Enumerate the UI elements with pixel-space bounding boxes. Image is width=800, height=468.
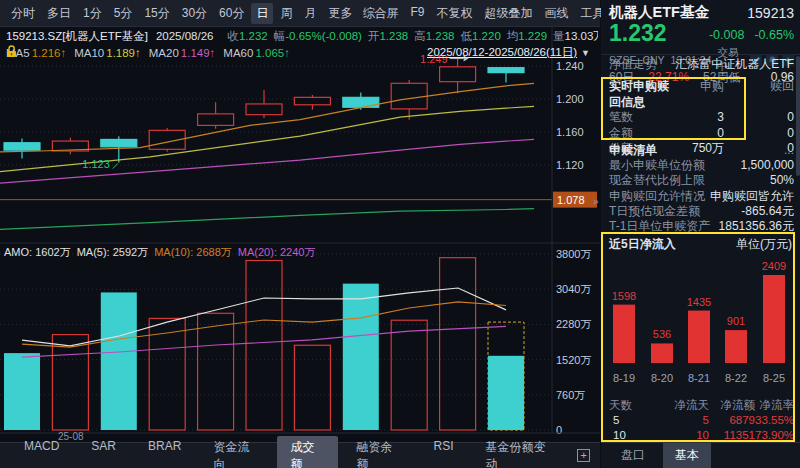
panel-scrollbar[interactable] — [796, 56, 800, 176]
indicator-tab-RSI[interactable]: RSI — [420, 436, 468, 468]
svg-text:901: 901 — [727, 315, 745, 327]
field-label: 量 — [553, 30, 565, 42]
inflow-cell: 10 — [653, 428, 709, 443]
chart-region: 分时多日1分5分15分30分60分日周月更多 综合屏F9不复权超级叠加画线工具 … — [0, 0, 600, 468]
panel-tab-bar: 盘口基本 — [601, 442, 800, 468]
toolbar-item-分时[interactable]: 分时 — [6, 3, 40, 24]
svg-text:8-21: 8-21 — [688, 372, 710, 384]
svg-text:8-20: 8-20 — [651, 372, 673, 384]
quote-header: 机器人ETF基金 159213 1.232 -0.008 -0.65% SZSE… — [601, 0, 800, 55]
toolbar-action-不复权[interactable]: 不复权 — [431, 3, 477, 24]
toolbar-item-更多[interactable]: 更多 — [323, 3, 357, 24]
toolbar-action-F9[interactable]: F9 — [405, 3, 429, 24]
toolbar-item-月[interactable]: 月 — [299, 3, 321, 24]
svg-text:2280万: 2280万 — [556, 318, 591, 330]
field-value: -0.65%(-0.008) — [285, 30, 362, 42]
chevron-down-icon: ▼ — [581, 48, 590, 58]
quote-info-bar: 159213.SZ[机器人ETF基金]2025/08/26收1.232幅-0.6… — [6, 29, 598, 44]
svg-text:1.078: 1.078 — [557, 194, 585, 206]
rt-row-label: 笔数 — [609, 110, 670, 126]
change-value: -0.008 — [709, 28, 744, 42]
inflow-col-header: 净流天 — [653, 398, 709, 413]
toolbar-action-画线[interactable]: 画线 — [539, 3, 573, 24]
ma-label: MA10 — [74, 47, 104, 59]
field-label: 开 — [368, 30, 380, 42]
field-value: 1.238 — [379, 30, 408, 42]
svg-text:1520万: 1520万 — [556, 354, 591, 366]
date-range-selector[interactable]: 2025/08/12-2025/08/26(11日) ▼ — [427, 45, 596, 60]
amo-item: MA(20): 2240万 — [238, 246, 316, 258]
inflow-cell: 11351 — [709, 428, 755, 443]
indicator-tab-基金份额变动[interactable]: 基金份额变动 — [472, 436, 568, 468]
subscription-row-value: -865.64元 — [741, 204, 794, 219]
rt-row-label: 金额 — [609, 126, 670, 142]
inflow-col-header: 天数 — [609, 398, 653, 413]
col-sell-header: 赎回 — [724, 79, 794, 110]
indicator-tab-成交额[interactable]: 成交额 — [277, 436, 339, 468]
kline-chart-area[interactable]: 1.2401.2001.1601.1203800万3040万2280万1520万… — [0, 27, 600, 442]
subscription-row-value: 1851356.36元 — [719, 219, 794, 234]
indicator-tab-MACD[interactable]: MACD — [10, 436, 73, 468]
indicator-tab-融资余额[interactable]: 融资余额 — [342, 436, 415, 468]
svg-text:3040万: 3040万 — [556, 283, 591, 295]
subscription-row: 申购赎回允许情况申购赎回皆允许 — [609, 189, 794, 204]
toolbar-actions: 综合屏F9不复权超级叠加画线工具 — [357, 3, 609, 24]
period-toolbar: 分时多日1分5分15分30分60分日周月更多 综合屏F9不复权超级叠加画线工具 … — [0, 0, 600, 27]
svg-text:2409: 2409 — [762, 260, 786, 272]
panel-tab-盘口[interactable]: 盘口 — [609, 443, 657, 468]
quote-date: 2025/08/26 — [156, 30, 214, 42]
inflow-stats-table: 天数净流天净流额净流率55687933.55%10101135173.90% — [601, 398, 800, 443]
svg-text:1.240: 1.240 — [556, 60, 584, 72]
field-label: 高 — [414, 30, 426, 42]
quote-side-panel: 机器人ETF基金 159213 1.232 -0.008 -0.65% SZSE… — [601, 0, 800, 468]
toolbar-item-日[interactable]: 日 — [251, 3, 273, 24]
ma-label: MA20 — [149, 47, 179, 59]
add-indicator-icon[interactable]: + — [577, 449, 590, 462]
ma-value: 1.149↑ — [181, 47, 216, 59]
toolbar-action-超级叠加[interactable]: 超级叠加 — [479, 3, 537, 24]
toolbar-item-30分[interactable]: 30分 — [177, 3, 212, 24]
toolbar-item-15分[interactable]: 15分 — [139, 3, 174, 24]
toolbar-item-周[interactable]: 周 — [275, 3, 297, 24]
col-buy-header: 申购 — [670, 79, 724, 110]
panel-tab-基本[interactable]: 基本 — [663, 443, 711, 468]
subscription-row-label: T-1日单位申赎资产 — [609, 219, 710, 234]
field-label: 幅 — [274, 30, 286, 42]
inflow-bar-chart: 15988-195368-2014358-219018-2224098-25 — [603, 250, 797, 402]
symbol-label: 159213.SZ[机器人ETF基金] — [6, 30, 148, 42]
field-value: 1.220 — [472, 30, 501, 42]
rt-sell-value: 0 — [724, 126, 794, 142]
trading-app-window: 分时多日1分5分15分30分60分日周月更多 综合屏F9不复权超级叠加画线工具 … — [0, 0, 800, 468]
subscription-row-label: 现金替代比例上限 — [609, 173, 705, 188]
subscription-row: 最小申赎单位份额1,500,000 — [609, 158, 794, 173]
subscription-list-rows: 最小申赎单位份额1,500,000现金替代比例上限50%申购赎回允许情况申购赎回… — [609, 158, 794, 234]
indicator-tab-资金流向[interactable]: 资金流向 — [199, 436, 272, 468]
toolbar-item-5分[interactable]: 5分 — [109, 3, 138, 24]
ma-values: MA51.216↑MA101.189↑MA201.149↑MA601.065↑ — [6, 47, 290, 59]
amo-item: MA(10): 2688万 — [154, 246, 232, 258]
toolbar-item-1分[interactable]: 1分 — [78, 3, 107, 24]
indicator-tab-SAR[interactable]: SAR — [77, 436, 130, 468]
panel-collapse-handle[interactable]: » — [593, 196, 599, 207]
ma-label: MA60 — [223, 47, 253, 59]
toolbar-action-综合屏[interactable]: 综合屏 — [357, 3, 403, 24]
svg-text:8-19: 8-19 — [613, 372, 635, 384]
toolbar-item-60分[interactable]: 60分 — [214, 3, 249, 24]
field-value: 1.238 — [426, 30, 455, 42]
more-ellipsis[interactable]: ... — [784, 143, 794, 158]
subscription-row: T日预估现金差额-865.64元 — [609, 204, 794, 219]
svg-text:8-25: 8-25 — [763, 372, 785, 384]
kline-volume-canvas[interactable]: 1.2401.2001.1601.1203800万3040万2280万1520万… — [0, 27, 600, 442]
rt-buy-value: 3 — [670, 110, 724, 126]
field-label: 均 — [507, 30, 519, 42]
toolbar-item-多日[interactable]: 多日 — [42, 3, 76, 24]
svg-text:760万: 760万 — [556, 389, 585, 401]
indicator-tab-BRAR[interactable]: BRAR — [134, 436, 195, 468]
svg-text:3800万: 3800万 — [556, 248, 591, 260]
inflow-cell: 5 — [653, 413, 709, 428]
subscription-list-header[interactable]: 申赎清单 ... — [609, 143, 794, 158]
realtime-title: 实时申购赎回信息 — [609, 79, 670, 110]
ma-value: 1.065↑ — [255, 47, 290, 59]
subscription-row-value: 1,500,000 — [741, 158, 794, 173]
subscription-row-label: 最小申赎单位份额 — [609, 158, 705, 173]
